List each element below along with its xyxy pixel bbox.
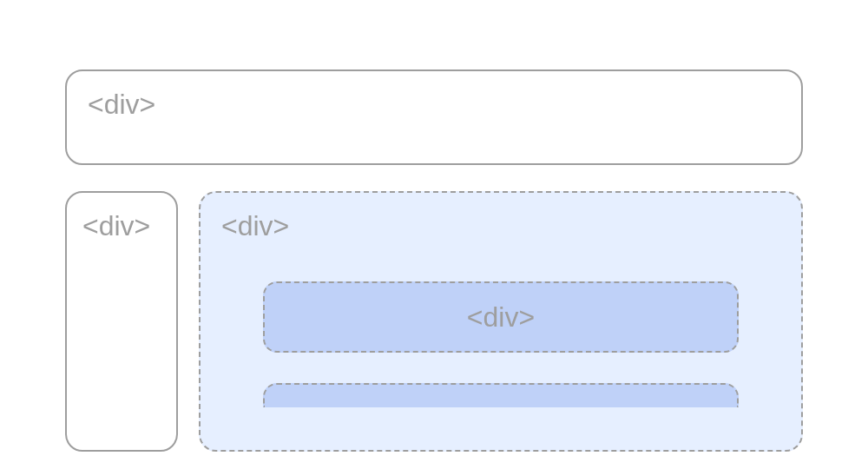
main-div-label: <div> xyxy=(221,210,780,242)
sidebar-div-box: <div> xyxy=(65,191,178,452)
sidebar-div-label: <div> xyxy=(82,210,150,241)
inner-div-label-1: <div> xyxy=(467,301,535,334)
main-inner-content: <div> xyxy=(221,281,780,407)
content-row: <div> <div> <div> xyxy=(65,191,803,452)
header-div-label: <div> xyxy=(88,89,155,120)
layout-diagram: <div> <div> <div> <div> xyxy=(0,0,868,452)
header-div-box: <div> xyxy=(65,69,803,165)
inner-div-box-1: <div> xyxy=(263,281,739,353)
main-div-box: <div> <div> xyxy=(199,191,803,452)
inner-div-box-2 xyxy=(263,383,739,407)
